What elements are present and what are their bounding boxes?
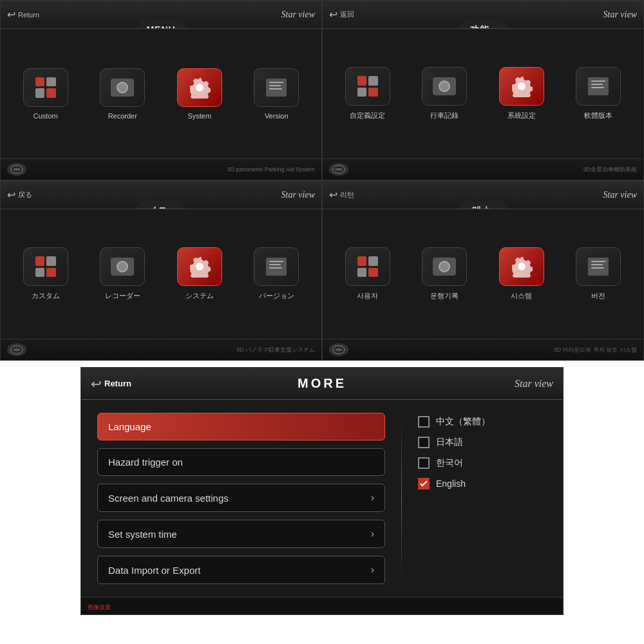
footer-logo: [329, 163, 348, 176]
menu-items-row: 사용자 운행기록 시스템: [323, 209, 643, 339]
panel-content: 自定義設定 行車記錄 系統設定: [323, 29, 643, 180]
menu-item-version[interactable]: 버전: [576, 247, 621, 301]
return-btn[interactable]: ↩ 返回: [329, 8, 354, 21]
more-return-btn[interactable]: ↩ Return: [91, 376, 131, 392]
lang-label-0: 中文（繁體）: [436, 416, 490, 428]
return-arrow-icon: ↩: [329, 189, 337, 201]
menu-item-label-version: 軟體版本: [584, 111, 612, 120]
more-footer-text: 图像设置: [88, 604, 111, 611]
menu-item-label-recorder: レコーダー: [105, 291, 140, 301]
menu-items-row: カスタム レコーダー システム: [1, 209, 321, 339]
menu-item-system[interactable]: System: [177, 68, 222, 120]
menu-icon-box-version: [254, 247, 299, 286]
lang-checkbox-2[interactable]: [418, 457, 430, 469]
more-footer: 图像设置: [81, 597, 563, 614]
menu-item-version[interactable]: バージョン: [254, 247, 299, 301]
menu-items-row: 自定義設定 行車記錄 系統設定: [323, 29, 643, 158]
menu-icon-box-recorder: [100, 68, 145, 107]
lang-checkbox-3[interactable]: [418, 478, 430, 489]
menu-item-label-custom: 自定義設定: [350, 111, 385, 120]
recorder-icon: [433, 258, 456, 276]
return-arrow-icon: ↩: [7, 8, 15, 21]
menu-item-custom[interactable]: カスタム: [23, 247, 68, 301]
return-arrow-icon: ↩: [329, 8, 337, 21]
more-menu-btn-2[interactable]: Screen and camera settings ›: [97, 484, 385, 512]
menu-item-label-recorder: 行車記錄: [430, 111, 459, 120]
system-icon: [189, 256, 211, 278]
menu-item-custom[interactable]: 사용자: [345, 247, 390, 301]
panel-content: Custom Recorder Sys: [1, 29, 321, 180]
custom-icon: [35, 256, 56, 277]
more-return-label: Return: [104, 379, 131, 388]
menu-item-label-custom: Custom: [33, 112, 58, 120]
lang-option-2[interactable]: 한국어: [418, 457, 547, 469]
more-menu-btn-0[interactable]: Language: [97, 413, 385, 440]
chevron-icon-3: ›: [371, 528, 374, 540]
menu-item-recorder[interactable]: レコーダー: [100, 247, 145, 301]
menu-icon-box-system: [177, 247, 222, 286]
menu-item-system[interactable]: システム: [177, 247, 222, 301]
panel-footer: 3D パノラマ駐車支援システム: [1, 339, 321, 360]
recorder-icon: [111, 79, 134, 97]
more-menu-btn-4[interactable]: Data Import or Export ›: [97, 556, 385, 584]
return-btn[interactable]: ↩ 리턴: [329, 189, 354, 201]
return-btn[interactable]: ↩ 戻る: [7, 189, 32, 201]
lang-option-3[interactable]: English: [418, 478, 547, 489]
lang-option-0[interactable]: 中文（繁體）: [418, 416, 547, 428]
lang-label-3: English: [436, 478, 466, 489]
panel-header: ↩ 戻る メニュー Star view: [1, 181, 321, 209]
menu-item-version[interactable]: Version: [254, 68, 299, 120]
lang-checkbox-1[interactable]: [418, 437, 430, 448]
panel-header: ↩ 返回 功能選單 Star view: [323, 1, 643, 29]
menu-icon-box-system: [177, 68, 222, 107]
menu-item-system[interactable]: 시스템: [499, 247, 544, 301]
panel-footer: 3D全景泊車輔助系統: [323, 158, 643, 180]
menu-item-system[interactable]: 系統設定: [499, 67, 544, 120]
top-panels-grid: ↩ Return MENU Star view Custom: [0, 0, 644, 361]
menu-items-row: Custom Recorder Sys: [1, 29, 321, 158]
panel-header: ↩ Return MENU Star view: [1, 1, 321, 29]
more-menu-list: Language Hazard trigger on Screen and ca…: [97, 413, 385, 584]
menu-icon-box-recorder: [422, 67, 467, 106]
vertical-divider: [401, 413, 402, 584]
system-icon: [511, 75, 533, 97]
menu-panel-panel-ko: ↩ 리턴 메 뉴 Star view 사용자: [322, 180, 644, 361]
panel-content: カスタム レコーダー システム: [1, 209, 321, 360]
return-btn[interactable]: ↩ Return: [7, 8, 39, 21]
menu-item-recorder[interactable]: 운행기록: [422, 247, 467, 301]
return-label: 戻る: [18, 190, 32, 200]
menu-item-version[interactable]: 軟體版本: [576, 67, 621, 120]
lang-option-1[interactable]: 日本語: [418, 437, 547, 448]
menu-icon-box-custom: [345, 247, 390, 286]
menu-item-label-custom: カスタム: [32, 291, 60, 301]
more-menu-btn-3[interactable]: Set system time ›: [97, 520, 385, 548]
footer-text: 3D panoramic Parking Aid System: [32, 166, 315, 173]
menu-item-recorder[interactable]: 行車記錄: [422, 67, 467, 120]
return-label: 리턴: [340, 190, 354, 200]
menu-item-custom[interactable]: 自定義設定: [345, 67, 390, 120]
footer-text: 3D 어라운드뷰 주차 보조 시스템: [354, 346, 637, 354]
menu-icon-box-version: [254, 68, 299, 107]
menu-icon-box-system: [499, 247, 544, 286]
menu-item-label-version: 버전: [591, 291, 605, 301]
lang-checkbox-0[interactable]: [418, 416, 430, 428]
menu-icon-box-version: [576, 247, 621, 286]
header-title-tab: 메 뉴: [457, 201, 509, 209]
custom-icon: [357, 76, 378, 97]
brand-logo: Star view: [281, 190, 316, 200]
brand-logo: Star view: [603, 190, 638, 200]
menu-panel-panel-ja: ↩ 戻る メニュー Star view カスタム: [0, 180, 322, 361]
return-label: 返回: [340, 10, 354, 19]
header-title-tab: 功能選單: [457, 21, 509, 28]
menu-item-custom[interactable]: Custom: [23, 68, 68, 120]
brand-logo: Star view: [281, 10, 316, 20]
more-menu-btn-1[interactable]: Hazard trigger on: [97, 448, 385, 476]
menu-item-label-recorder: 운행기록: [430, 291, 459, 301]
header-title-tab: MENU: [135, 21, 187, 28]
language-options: 中文（繁體） 日本語 한국어: [418, 413, 547, 584]
footer-logo: [7, 163, 26, 176]
menu-item-recorder[interactable]: Recorder: [100, 68, 145, 120]
menu-icon-box-recorder: [100, 247, 145, 286]
more-menu-label-4: Data Import or Export: [108, 565, 200, 576]
more-menu-label-0: Language: [108, 421, 151, 432]
